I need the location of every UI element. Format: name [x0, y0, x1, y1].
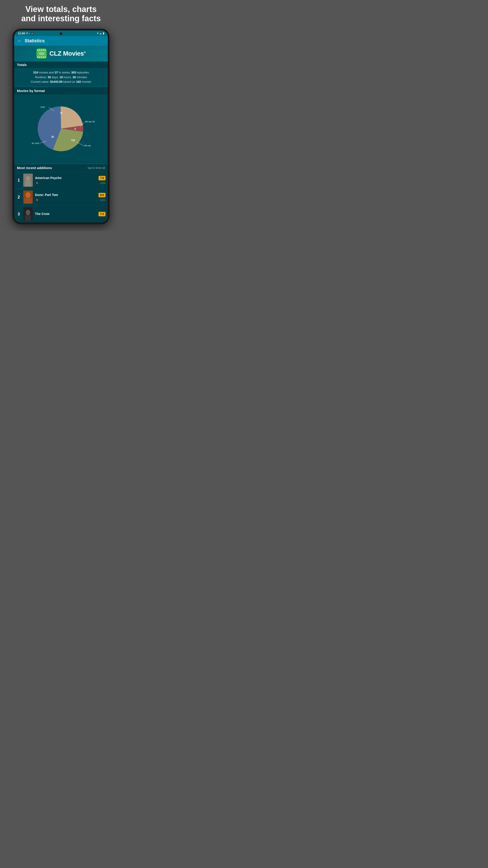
svg-text:4K UHD: 4K UHD	[32, 142, 39, 145]
svg-point-29	[26, 192, 31, 198]
shield-icon: 🛡	[26, 32, 28, 35]
status-time: 11:34	[18, 32, 25, 35]
totals-line-2: Runtime: 35 days, 10 hours, 26 minutes	[18, 75, 105, 80]
svg-text:110: 110	[71, 139, 75, 142]
svg-text:DVD: DVD	[41, 106, 45, 108]
movie-item-1[interactable]: 1 American Psycho 4K 7.6 2000	[14, 172, 108, 188]
movie-rank-2: 2	[17, 195, 21, 199]
movie-year-1: 2000	[100, 182, 105, 184]
movie-rating-1: 7.6	[98, 176, 105, 180]
back-button[interactable]: ←	[18, 38, 22, 43]
movie-title-1: American Psycho	[35, 176, 96, 180]
svg-rect-6	[37, 57, 38, 58]
svg-rect-33	[25, 215, 31, 221]
movie-item-2[interactable]: 2 Dune: Part Two 4K 8.6 2024	[14, 188, 108, 206]
page-header: View totals, chartsand interesting facts	[12, 4, 110, 23]
svg-rect-3	[41, 50, 42, 51]
svg-rect-1	[37, 50, 38, 51]
movie-poster-3	[23, 208, 33, 221]
battery-icon: ▮	[103, 32, 104, 35]
movie-title-2: Dune: Part Two	[35, 193, 96, 197]
sim-icon: ▪	[29, 32, 30, 35]
svg-rect-8	[41, 57, 42, 58]
logo-text: CLZ Movies®	[50, 50, 86, 57]
wifi-icon: ▾	[97, 32, 98, 35]
movie-info-3: The Crow	[35, 212, 96, 216]
signal-icon: ▲	[99, 32, 102, 35]
movie-badge-2: 4K	[35, 199, 39, 201]
movie-info-1: American Psycho 4K	[35, 176, 96, 184]
a-icon: A	[31, 32, 33, 35]
recent-additions-title: Most recent additions	[17, 166, 52, 170]
svg-rect-27	[25, 181, 31, 187]
totals-section-header: Totals	[14, 61, 108, 68]
svg-text:82: 82	[52, 135, 54, 138]
svg-rect-9	[43, 57, 44, 58]
svg-text:Blu-ray 3D: Blu-ray 3D	[85, 121, 95, 123]
movie-right-1: 7.6 2000	[98, 176, 105, 184]
movie-right-2: 8.6 2024	[98, 193, 105, 202]
svg-rect-4	[43, 50, 44, 51]
phone-device: 11:34 🛡 ▪ A ▾ ▲ ▮ ← Statistics	[12, 29, 109, 224]
svg-rect-2	[39, 50, 40, 51]
movie-poster-1	[23, 174, 33, 187]
movie-rank-3: 3	[17, 212, 21, 217]
svg-rect-7	[39, 57, 40, 58]
chart-container: DVD 72 Blu-ray 3D 8 Blu-ray 110 4K UHD 8…	[14, 94, 108, 164]
camera-notch	[60, 32, 62, 35]
movie-rank-1: 1	[17, 178, 21, 183]
movie-rating-2: 8.6	[98, 193, 105, 197]
pie-chart: DVD 72 Blu-ray 3D 8 Blu-ray 110 4K UHD 8…	[38, 106, 84, 151]
movie-year-2: 2024	[100, 199, 105, 202]
app-bar-title: Statistics	[25, 38, 45, 43]
svg-rect-5	[44, 50, 46, 51]
movie-info-2: Dune: Part Two 4K	[35, 193, 96, 202]
svg-rect-30	[24, 198, 32, 204]
svg-rect-10	[44, 57, 46, 58]
movie-badge-1: 4K	[35, 182, 39, 184]
totals-content: 310 movies and 37 tv series, 503 episode…	[14, 68, 108, 87]
svg-text:72: 72	[60, 112, 63, 114]
recent-additions-header[interactable]: Most recent additions tap to show all	[14, 164, 108, 172]
movie-title-3: The Crow	[35, 212, 96, 216]
svg-text:8: 8	[74, 128, 76, 130]
svg-line-19	[77, 142, 84, 146]
phone-screen: 11:34 🛡 ▪ A ▾ ▲ ▮ ← Statistics	[14, 31, 108, 222]
movie-right-3: 7.5	[98, 212, 105, 216]
chart-section-header: Movies by format	[14, 87, 108, 94]
clz-icon: CLZ	[36, 49, 47, 59]
movie-item-3[interactable]: 3 The Crow 7.5	[14, 206, 108, 222]
svg-text:CLZ: CLZ	[39, 53, 43, 55]
totals-line-3: Current value: $1443.00 based on 142 mov…	[18, 80, 105, 84]
svg-point-26	[26, 176, 30, 181]
logo-bar: CLZ CLZ Movies®	[14, 46, 108, 61]
app-bar: ← Statistics	[14, 36, 108, 46]
movie-poster-2	[23, 191, 33, 204]
tap-to-show-all[interactable]: tap to show all	[88, 166, 105, 169]
svg-text:Blu-ray: Blu-ray	[84, 145, 91, 147]
movie-rating-3: 7.5	[98, 212, 105, 216]
totals-line-1: 310 movies and 37 tv series, 503 episode…	[18, 70, 105, 75]
svg-point-32	[26, 210, 30, 215]
